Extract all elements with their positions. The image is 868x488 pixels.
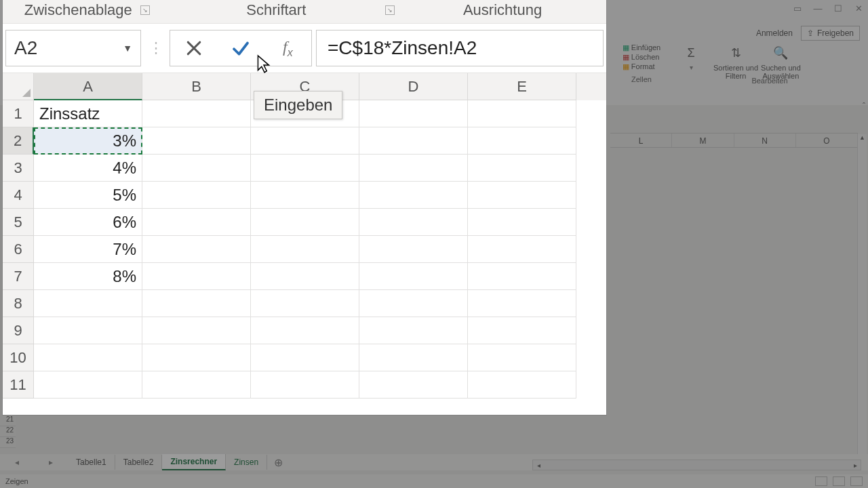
enter-button[interactable] (220, 33, 261, 64)
cell-D11[interactable] (359, 371, 468, 399)
cancel-button[interactable] (174, 33, 214, 64)
cell-E5[interactable] (468, 209, 576, 236)
cell-E3[interactable] (468, 155, 576, 182)
cell-B2[interactable] (142, 127, 251, 155)
col-header-E[interactable]: E (468, 73, 576, 100)
minimize-icon[interactable]: — (812, 3, 823, 14)
cell-D4[interactable] (359, 182, 468, 209)
cell-A4[interactable]: 5% (34, 182, 142, 209)
tab-nav-last-icon[interactable]: ▸ (49, 458, 53, 467)
name-box-dropdown-icon[interactable]: ▼ (123, 43, 132, 54)
row-header[interactable]: 4 (3, 182, 34, 209)
horizontal-scrollbar[interactable]: ◂ ▸ (532, 460, 861, 470)
cell-A11[interactable] (34, 371, 142, 399)
formula-input[interactable]: =C$18*Zinsen!A2 (316, 30, 604, 66)
cell-B7[interactable] (142, 263, 251, 290)
scroll-right-icon[interactable]: ▸ (850, 462, 861, 469)
scroll-up-icon[interactable]: ▲ (858, 134, 867, 144)
cell-D5[interactable] (359, 209, 468, 236)
vertical-scrollbar[interactable]: ▲ (857, 134, 867, 455)
insert-cells-button[interactable]: ▦ Einfügen (623, 43, 661, 52)
cell-C5[interactable] (251, 209, 359, 236)
cell-E9[interactable] (468, 317, 576, 344)
cell-A5[interactable]: 6% (34, 209, 142, 236)
cell-C6[interactable] (251, 236, 359, 263)
tab-nav-first-icon[interactable]: ◂ (15, 458, 19, 467)
cell-C2[interactable] (251, 127, 359, 155)
font-launcher-icon[interactable]: ↘ (385, 5, 395, 15)
cell-E6[interactable] (468, 236, 576, 263)
cell-A8[interactable] (34, 290, 142, 317)
cell-C10[interactable] (251, 344, 359, 371)
cell-D6[interactable] (359, 236, 468, 263)
clipboard-launcher-icon[interactable]: ↘ (140, 5, 150, 15)
cell-E4[interactable] (468, 182, 576, 209)
maximize-icon[interactable]: ☐ (833, 3, 844, 14)
cell-C8[interactable] (251, 290, 359, 317)
row-header[interactable]: 10 (3, 344, 34, 371)
cell-D9[interactable] (359, 317, 468, 344)
cell-D1[interactable] (359, 100, 468, 127)
cell-A6[interactable]: 7% (34, 236, 142, 263)
formula-bar-expand-icon[interactable]: ⋮ (145, 39, 165, 57)
cell-D8[interactable] (359, 290, 468, 317)
cell-E11[interactable] (468, 371, 576, 399)
select-all-corner[interactable] (3, 73, 34, 100)
cell-B5[interactable] (142, 209, 251, 236)
cell-A7[interactable]: 8% (34, 263, 142, 290)
cell-B11[interactable] (142, 371, 251, 399)
spreadsheet-grid[interactable]: A B C D E 1Zinssatz23%34%45%56%67%78%891… (3, 73, 606, 415)
cell-C7[interactable] (251, 263, 359, 290)
cell-D10[interactable] (359, 344, 468, 371)
view-normal-icon[interactable] (815, 476, 827, 486)
row-header[interactable]: 6 (3, 236, 34, 263)
cell-A10[interactable] (34, 344, 142, 371)
cell-D7[interactable] (359, 263, 468, 290)
row-header[interactable]: 8 (3, 290, 34, 317)
row-header[interactable]: 2 (3, 127, 34, 155)
view-pagebreak-icon[interactable] (850, 476, 863, 486)
insert-function-button[interactable]: fx (267, 33, 308, 64)
cell-B6[interactable] (142, 236, 251, 263)
row-header[interactable]: 1 (3, 100, 34, 127)
cell-E10[interactable] (468, 344, 576, 371)
cell-D3[interactable] (359, 155, 468, 182)
cell-E2[interactable] (468, 127, 576, 155)
col-header-B[interactable]: B (142, 73, 251, 100)
cell-B8[interactable] (142, 290, 251, 317)
share-button[interactable]: ⇪ Freigeben (801, 26, 860, 41)
signin-link[interactable]: Anmelden (756, 28, 793, 38)
cell-B4[interactable] (142, 182, 251, 209)
col-header-D[interactable]: D (359, 73, 468, 100)
row-header[interactable]: 3 (3, 155, 34, 182)
new-sheet-button[interactable]: ⊕ (267, 456, 290, 469)
cell-B9[interactable] (142, 317, 251, 344)
cell-A3[interactable]: 4% (34, 155, 142, 182)
collapse-ribbon-icon[interactable]: ˆ (863, 102, 865, 111)
row-header[interactable]: 5 (3, 209, 34, 236)
cell-C3[interactable] (251, 155, 359, 182)
row-header[interactable]: 9 (3, 317, 34, 344)
col-header-A[interactable]: A (34, 73, 142, 100)
cell-A9[interactable] (34, 317, 142, 344)
sheet-tab-2[interactable]: Zinsrechner (162, 454, 226, 470)
format-cells-button[interactable]: ▦ Format (623, 62, 661, 71)
cell-E1[interactable] (468, 100, 576, 127)
cell-E8[interactable] (468, 290, 576, 317)
cell-E7[interactable] (468, 263, 576, 290)
cell-C4[interactable] (251, 182, 359, 209)
sheet-tab-3[interactable]: Zinsen (226, 455, 267, 470)
sheet-tab-0[interactable]: Tabelle1 (68, 455, 115, 470)
cell-C11[interactable] (251, 371, 359, 399)
row-header[interactable]: 11 (3, 371, 34, 399)
view-layout-icon[interactable] (833, 476, 845, 486)
cell-C9[interactable] (251, 317, 359, 344)
cell-B3[interactable] (142, 155, 251, 182)
cell-B1[interactable] (142, 100, 251, 127)
row-header[interactable]: 7 (3, 263, 34, 290)
close-icon[interactable]: ✕ (853, 3, 864, 14)
scroll-left-icon[interactable]: ◂ (533, 462, 544, 469)
cell-D2[interactable] (359, 127, 468, 155)
cell-A1[interactable]: Zinssatz (34, 100, 142, 127)
cell-B10[interactable] (142, 344, 251, 371)
